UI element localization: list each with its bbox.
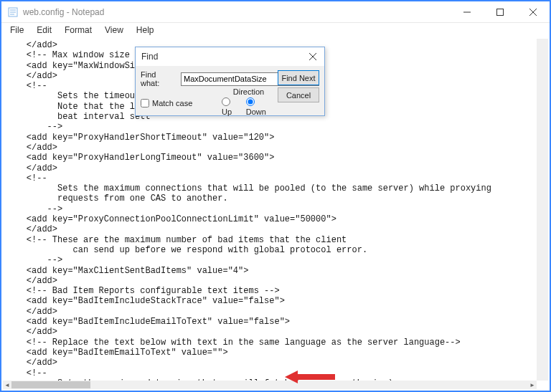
title-bar: web.config - Notepad <box>1 1 550 23</box>
editor-line: can send up before we respond with globa… <box>6 245 545 255</box>
close-button[interactable] <box>517 1 550 23</box>
menu-file[interactable]: File <box>4 24 29 37</box>
editor-line: <!-- These are the maximum number of bad… <box>6 235 545 245</box>
minimize-icon <box>463 9 471 16</box>
editor-line: <!-- <box>6 173 545 183</box>
maximize-icon <box>496 9 504 16</box>
editor-line: <add key="MaxClientSentBadItems" value="… <box>6 266 545 276</box>
menu-bar: File Edit Format View Help <box>1 23 550 37</box>
find-next-button[interactable]: Find Next <box>278 70 319 85</box>
horizontal-scrollbar[interactable]: ◄ ► <box>3 381 537 389</box>
close-icon <box>529 9 537 16</box>
editor-line: Sets the maximum connections that will b… <box>6 183 545 193</box>
app-icon <box>7 6 19 18</box>
find-dialog-titlebar[interactable]: Find <box>136 47 324 66</box>
direction-up-radio[interactable] <box>222 97 230 106</box>
direction-label: Direction <box>222 87 276 96</box>
editor-line: <add key="BadItemEmailToText" value=""> <box>6 348 545 358</box>
editor-line: requests from one CAS to another. <box>6 193 545 204</box>
match-case-checkbox[interactable] <box>141 99 149 107</box>
match-case-label: Match case <box>152 99 192 107</box>
close-icon <box>309 53 316 60</box>
editor-line: </add> <box>6 358 545 368</box>
menu-edit[interactable]: Edit <box>31 24 57 37</box>
maximize-button[interactable] <box>484 1 517 23</box>
editor-line: </add> <box>6 327 545 337</box>
svg-rect-5 <box>497 9 504 15</box>
editor-line: <!-- Replace the text below with text in… <box>6 338 545 348</box>
editor-line: <!-- <box>6 368 545 378</box>
direction-up-option[interactable]: Up <box>222 97 242 116</box>
editor-line: </add> <box>6 276 545 286</box>
direction-group: Direction Up Down <box>222 87 276 116</box>
find-what-label: Find what: <box>141 70 176 87</box>
editor-line: --> <box>6 204 545 214</box>
find-dialog: Find Find what: Find Next Cancel Directi… <box>135 47 325 116</box>
editor-line: <add key="ProxyConnectionPoolConnectionL… <box>6 214 545 224</box>
editor-line: <!-- Bad Item Reports configurable text … <box>6 286 545 296</box>
find-dialog-title: Find <box>141 52 158 62</box>
editor-line: <add key="BadItemIncludeEmailToText" val… <box>6 317 545 327</box>
editor-line: <add key="BadItemIncludeStackTrace" valu… <box>6 296 545 306</box>
editor-line: <add key="ProxyHandlerShortTimeout" valu… <box>6 133 545 143</box>
editor-line: </add> <box>6 143 545 153</box>
direction-down-radio[interactable] <box>246 97 255 106</box>
menu-format[interactable]: Format <box>59 24 98 37</box>
direction-down-option[interactable]: Down <box>246 97 276 116</box>
editor-line: </add> <box>6 163 545 173</box>
editor-line: --> <box>6 122 545 132</box>
scroll-right-icon[interactable]: ► <box>528 381 537 389</box>
find-close-button[interactable] <box>301 47 324 66</box>
scroll-left-icon[interactable]: ◄ <box>3 381 11 389</box>
editor-line: </add> <box>6 307 545 317</box>
scroll-thumb[interactable] <box>11 381 90 388</box>
editor-line: --> <box>6 255 545 265</box>
minimize-button[interactable] <box>451 1 484 23</box>
window-title: web.config - Notepad <box>23 7 104 17</box>
editor-line: </add> <box>6 224 545 234</box>
menu-help[interactable]: Help <box>131 24 160 37</box>
vertical-scrollbar[interactable] <box>537 39 548 381</box>
menu-view[interactable]: View <box>99 24 129 37</box>
cancel-button[interactable]: Cancel <box>278 87 319 102</box>
editor-line: <add key="ProxyHandlerLongTimeout" value… <box>6 153 545 163</box>
